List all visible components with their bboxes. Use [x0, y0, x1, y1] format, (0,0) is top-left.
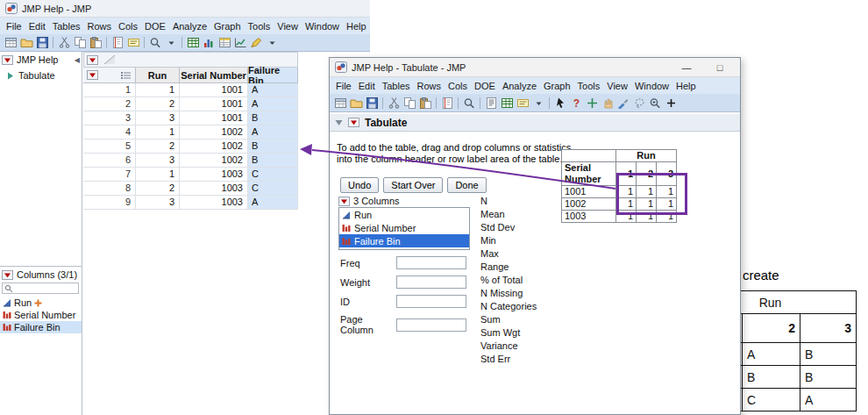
brush-icon[interactable]	[615, 96, 631, 110]
row-number-cell[interactable]: 7	[83, 168, 136, 182]
crosshair-icon[interactable]	[584, 96, 600, 110]
statistic-mean[interactable]: Mean	[480, 208, 559, 221]
start-over-button[interactable]: Start Over	[383, 177, 443, 193]
main-titlebar[interactable]: JMP Help - JMP	[0, 0, 370, 18]
failure-bin-cell[interactable]: B	[248, 154, 298, 168]
menu-edit[interactable]: Edit	[25, 19, 49, 33]
menu-doe[interactable]: DOE	[141, 19, 169, 33]
red-triangle-menu-icon[interactable]	[2, 55, 13, 65]
minimize-button[interactable]: —	[677, 62, 696, 73]
annotate-icon[interactable]	[515, 96, 530, 110]
failure-bin-cell[interactable]: A	[248, 83, 298, 97]
menu-help[interactable]: Help	[343, 19, 370, 33]
failure-bin-cell[interactable]: A	[248, 196, 298, 210]
disclosure-right-icon[interactable]	[7, 72, 14, 80]
menu-edit[interactable]: Edit	[355, 79, 379, 93]
cursor-arrow-icon[interactable]	[552, 96, 568, 110]
lasso-icon[interactable]	[631, 96, 647, 110]
statistic-range[interactable]: Range	[480, 261, 559, 274]
statistic-std-err[interactable]: Std Err	[480, 353, 559, 366]
menu-graph[interactable]: Graph	[540, 79, 574, 93]
caret-down-icon[interactable]	[264, 36, 280, 50]
run-cell[interactable]: 3	[136, 111, 180, 125]
menu-tools[interactable]: Tools	[574, 79, 604, 93]
statistic-max[interactable]: Max	[480, 247, 559, 261]
panel-splitter-vertical[interactable]	[82, 52, 82, 415]
grabber-hand-icon[interactable]	[600, 96, 615, 110]
serial-number-cell[interactable]: 1003	[180, 182, 248, 196]
columns-panel-item-run[interactable]: Run	[0, 297, 82, 309]
disclosure-down-icon[interactable]	[335, 119, 343, 126]
columns-list-menu-icon[interactable]	[338, 197, 350, 206]
serial-number-cell[interactable]: 1002	[180, 140, 248, 154]
menu-tables[interactable]: Tables	[49, 19, 84, 33]
cut-icon[interactable]	[386, 96, 402, 110]
columns-search-box[interactable]	[2, 283, 79, 294]
menu-file[interactable]: File	[3, 19, 25, 33]
menu-file[interactable]: File	[332, 79, 355, 93]
run-cell[interactable]: 2	[136, 97, 180, 111]
tabulate-outline-header[interactable]: Tabulate	[330, 114, 740, 132]
run-cell[interactable]: 2	[136, 182, 180, 196]
save-icon[interactable]	[34, 36, 50, 50]
run-cell[interactable]: 3	[136, 154, 180, 168]
serial-number-cell[interactable]: 1001	[180, 83, 248, 97]
preview-col-group-header[interactable]: Run	[616, 150, 677, 162]
statistic--of-total[interactable]: % of Total	[480, 274, 559, 287]
caret-down-icon[interactable]	[530, 96, 546, 110]
column-header-serial-number[interactable]: Serial Number	[180, 68, 248, 83]
dialog-column-item-failure-bin[interactable]: Failure Bin	[339, 234, 469, 247]
serial-number-cell[interactable]: 1002	[180, 154, 248, 168]
formula-icon[interactable]	[248, 36, 264, 50]
serial-number-cell[interactable]: 1002	[180, 125, 248, 140]
open-icon[interactable]	[348, 96, 364, 110]
menu-cols[interactable]: Cols	[445, 79, 471, 93]
statistic-std-dev[interactable]: Std Dev	[480, 221, 559, 234]
column-header-failure-bin[interactable]: Failure Bin	[248, 68, 298, 83]
menu-tools[interactable]: Tools	[245, 19, 274, 33]
menu-rows[interactable]: Rows	[414, 79, 445, 93]
run-cell[interactable]: 1	[136, 168, 180, 182]
save-icon[interactable]	[364, 96, 380, 110]
paste-icon[interactable]	[88, 36, 103, 50]
data-row-1[interactable]: 111001A	[83, 83, 298, 97]
graph-builder-icon[interactable]	[232, 36, 248, 50]
menu-doe[interactable]: DOE	[471, 79, 499, 93]
data-row-6[interactable]: 631002B	[83, 154, 298, 168]
tabulate-icon[interactable]	[217, 36, 232, 50]
undo-button[interactable]: Undo	[340, 177, 379, 193]
menu-analyze[interactable]: Analyze	[169, 19, 210, 33]
zoom-in-icon[interactable]	[647, 96, 663, 110]
report-icon[interactable]	[483, 96, 499, 110]
drop-zone-input-id[interactable]	[396, 295, 466, 308]
failure-bin-cell[interactable]: C	[248, 182, 298, 196]
data-row-4[interactable]: 411002A	[83, 125, 298, 140]
journal-icon[interactable]	[110, 36, 125, 50]
serial-number-cell[interactable]: 1003	[180, 168, 248, 182]
row-number-cell[interactable]: 9	[83, 196, 136, 210]
preview-row-dim-header[interactable]: Serial Number	[562, 162, 616, 186]
columns-panel-item-serial-number[interactable]: Serial Number	[0, 309, 82, 321]
search-icon[interactable]	[147, 36, 163, 50]
serial-number-cell[interactable]: 1001	[180, 111, 248, 125]
copy-icon[interactable]	[72, 36, 88, 50]
menu-rows[interactable]: Rows	[84, 19, 116, 33]
row-number-cell[interactable]: 6	[83, 154, 136, 168]
dialog-titlebar[interactable]: JMP Help - Tabulate - JMP — □	[330, 58, 740, 77]
row-number-cell[interactable]: 2	[83, 97, 136, 111]
statistic-n-missing[interactable]: N Missing	[480, 287, 559, 300]
menu-tables[interactable]: Tables	[379, 79, 414, 93]
table-menu-icon[interactable]	[87, 55, 98, 65]
menu-window[interactable]: Window	[302, 19, 343, 33]
done-button[interactable]: Done	[447, 177, 486, 193]
tabulate-red-triangle-icon[interactable]	[348, 118, 359, 127]
menu-cols[interactable]: Cols	[115, 19, 141, 33]
menu-analyze[interactable]: Analyze	[499, 79, 540, 93]
run-cell[interactable]: 1	[136, 83, 180, 97]
paste-icon[interactable]	[417, 96, 433, 110]
grid-corner-cell[interactable]	[83, 68, 136, 83]
menu-window[interactable]: Window	[631, 79, 672, 93]
failure-bin-cell[interactable]: A	[248, 97, 298, 111]
copy-icon[interactable]	[402, 96, 417, 110]
tree-item-tabulate[interactable]: Tabulate	[7, 70, 55, 81]
